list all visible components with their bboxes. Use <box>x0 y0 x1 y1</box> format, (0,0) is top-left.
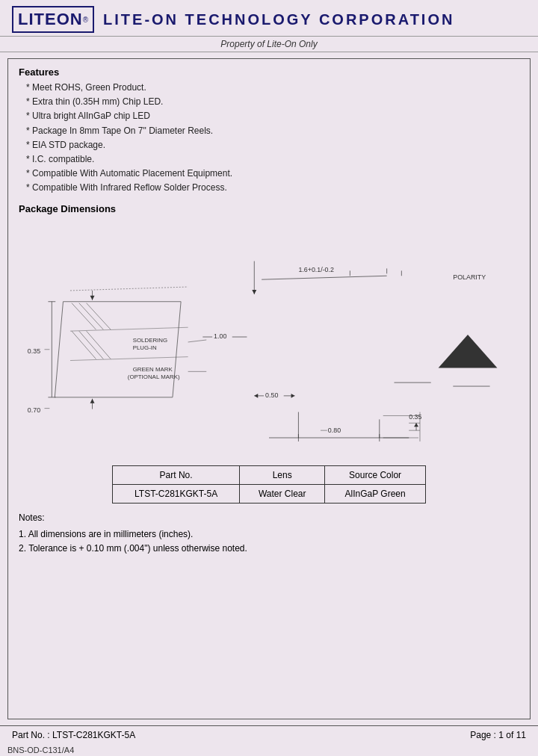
features-section: Features * Meet ROHS, Green Product. * E… <box>19 66 519 196</box>
svg-line-6 <box>72 331 96 359</box>
table-header-part: Part No. <box>113 465 240 484</box>
svg-line-8 <box>87 331 111 359</box>
svg-line-3 <box>72 303 96 329</box>
list-item: * I.C. compatible. <box>26 152 519 167</box>
svg-line-1 <box>70 327 188 331</box>
list-item: * Compatible With Automatic Placement Eq… <box>26 167 519 181</box>
bottom-bar-text: BNS-OD-C131/A4 <box>7 746 74 755</box>
features-title: Features <box>19 66 519 78</box>
svg-text:(OPTIONAL MARK): (OPTIONAL MARK) <box>128 374 180 380</box>
note-1: 1. All dimensions are in millimeters (in… <box>19 527 519 542</box>
list-item: * Extra thin (0.35H mm) Chip LED. <box>26 95 519 109</box>
svg-text:0.80: 0.80 <box>328 427 341 434</box>
svg-line-4 <box>79 303 104 329</box>
parts-table: Part No. Lens Source Color LTST-C281KGKT… <box>112 465 426 504</box>
svg-marker-43 <box>90 295 95 300</box>
svg-text:POLARITY: POLARITY <box>453 273 486 281</box>
features-list: * Meet ROHS, Green Product. * Extra thin… <box>19 81 519 196</box>
table-row: LTST-C281KGKT-5A Water Clear AlInGaP Gre… <box>113 484 426 503</box>
svg-text:SOLDERING: SOLDERING <box>133 336 167 343</box>
logo-text: LITEON <box>18 10 83 29</box>
company-title: LITE-ON TECHNOLOGY CORPORATION <box>103 11 454 28</box>
logo-container: LITEON® LITE-ON TECHNOLOGY CORPORATION <box>12 6 454 33</box>
package-title: Package Dimensions <box>19 203 519 214</box>
svg-line-49 <box>188 339 207 341</box>
svg-line-46 <box>70 287 188 291</box>
list-item: * Meet ROHS, Green Product. <box>26 81 519 95</box>
subtitle: Property of Lite-On Only <box>0 37 538 52</box>
svg-text:0.50: 0.50 <box>265 391 278 398</box>
svg-text:1.6+0.1/-0.2: 1.6+0.1/-0.2 <box>298 266 334 273</box>
svg-text:0.70: 0.70 <box>28 406 40 413</box>
table-cell-lens: Water Clear <box>240 484 325 503</box>
table-cell-part: LTST-C281KGKT-5A <box>113 484 240 503</box>
footer-part-number: Part No. : LTST-C281KGKT-5A <box>12 730 135 740</box>
footer-page-info: Page : 1 of 11 <box>470 730 526 740</box>
logo-box: LITEON® <box>12 6 94 33</box>
logo-reg: ® <box>83 16 88 24</box>
footer: Part No. : LTST-C281KGKT-5A Page : 1 of … <box>0 725 538 744</box>
svg-line-7 <box>79 331 104 359</box>
svg-text:0.35: 0.35 <box>28 347 40 354</box>
svg-text:PLUG-IN: PLUG-IN <box>133 344 157 350</box>
note-2: 2. Tolerance is + 0.10 mm (.004") unless… <box>19 542 519 556</box>
list-item: * EIA STD package. <box>26 138 519 152</box>
table-cell-color: AlInGaP Green <box>325 484 426 503</box>
svg-marker-45 <box>252 289 256 294</box>
svg-marker-27 <box>291 393 295 397</box>
svg-text:1.00: 1.00 <box>214 332 226 340</box>
svg-text:GREEN MARK: GREEN MARK <box>133 366 173 373</box>
list-item: * Compatible With Infrared Reflow Solder… <box>26 181 519 195</box>
diagram-area: 0.35 0.70 SOLDERING PLUG-IN 1.00 GREEN M… <box>19 219 519 458</box>
svg-rect-0 <box>55 301 181 397</box>
header: LITEON® LITE-ON TECHNOLOGY CORPORATION <box>0 0 538 37</box>
table-header-color: Source Color <box>325 465 426 484</box>
svg-marker-26 <box>254 393 258 397</box>
list-item: * Ultra bright AlInGaP chip LED <box>26 109 519 123</box>
svg-marker-48 <box>90 398 95 403</box>
table-header-lens: Lens <box>240 465 325 484</box>
main-content: Features * Meet ROHS, Green Product. * E… <box>7 58 531 719</box>
svg-line-5 <box>87 303 111 329</box>
notes-title: Notes: <box>19 511 519 525</box>
notes-section: Notes: 1. All dimensions are in millimet… <box>19 511 519 557</box>
svg-marker-57 <box>414 423 418 427</box>
svg-line-28 <box>262 276 387 279</box>
bottom-bar: BNS-OD-C131/A4 <box>0 744 538 756</box>
svg-line-2 <box>70 356 188 360</box>
list-item: * Package In 8mm Tape On 7" Diameter Ree… <box>26 124 519 138</box>
svg-marker-31 <box>439 335 498 368</box>
